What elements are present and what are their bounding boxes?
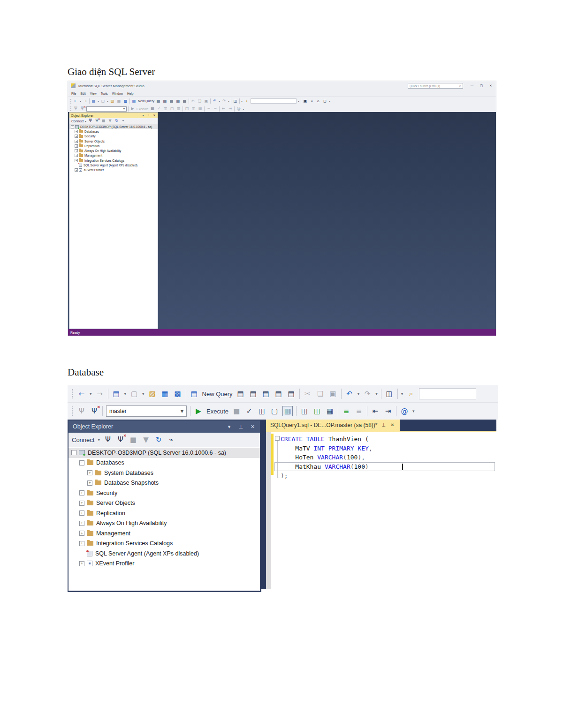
tree-item-xevent-profiler[interactable]: +XEvent Profiler (69, 168, 158, 173)
tree-item-databases[interactable]: +Databases (69, 129, 158, 134)
toolbar-overflow-caret[interactable]: ▾ (412, 409, 415, 413)
disconnect-plug-icon[interactable]: Ψ× (94, 119, 99, 124)
tree-item-replication[interactable]: +Replication (69, 143, 158, 148)
find-in-files-icon[interactable]: ⌕ (406, 389, 416, 398)
tab-pin-icon[interactable]: ⊥ (381, 422, 387, 428)
connect-plug-icon[interactable]: Ψ (88, 119, 93, 124)
paste-icon[interactable]: ▣ (204, 98, 209, 104)
dax-query-icon[interactable]: ▤ (287, 389, 296, 398)
save-all-icon[interactable]: ▩ (173, 389, 183, 398)
redo-icon[interactable]: ↷ (363, 389, 372, 398)
navigate-forward-icon[interactable]: → (83, 98, 88, 104)
user-profile-icon[interactable]: ◻ (322, 98, 327, 104)
xmla-query-icon[interactable]: ▤ (274, 389, 283, 398)
new-file-caret[interactable]: ▾ (107, 99, 108, 103)
open-file-icon[interactable]: ▨ (148, 389, 157, 398)
connect-label[interactable]: Connect (72, 436, 94, 443)
navigate-group-icon[interactable]: ◫ (233, 98, 238, 104)
execute-play-icon[interactable]: ▶ (130, 106, 135, 112)
new-file-icon[interactable]: ▢ (100, 98, 106, 104)
activity-monitor-icon[interactable]: ⌁ (167, 435, 176, 444)
tree-item-desktop-o3d3mop-sql-server-16-0-1000-6-sa[interactable]: -DESKTOP-O3D3MOP (SQL Server 16.0.1000.6… (68, 448, 260, 458)
undo-icon[interactable]: ↶ (345, 389, 354, 398)
comment-lines-icon[interactable]: ≡ (206, 106, 211, 112)
tree-item-server-objects[interactable]: +Server Objects (68, 498, 260, 509)
toolbar-grip[interactable] (72, 406, 73, 416)
connect-plug-icon[interactable]: Ψ (77, 406, 86, 416)
undo-caret[interactable]: ▾ (219, 99, 220, 103)
connect-plug-icon[interactable]: Ψ (73, 106, 78, 112)
new-query-label[interactable]: New Query (202, 390, 233, 398)
tree-item-security[interactable]: +Security (68, 488, 260, 498)
sql-code[interactable]: CREATE TABLE ThanhVien ( MaTV INT PRIMAR… (281, 435, 495, 480)
connect-plug-icon[interactable]: Ψ (103, 435, 113, 444)
menu-file[interactable]: File (71, 92, 76, 95)
available-databases-combo-caret[interactable]: ▾ (181, 408, 183, 414)
save-icon[interactable]: ▦ (116, 98, 122, 104)
specify-template-params-icon[interactable]: @ (236, 106, 241, 112)
intellisense-toggle-icon[interactable]: ▥ (282, 406, 293, 416)
parse-icon[interactable]: ✓ (244, 406, 254, 416)
activity-monitor-icon[interactable]: ⌁ (121, 119, 126, 124)
maximize-icon[interactable]: ▢ (479, 83, 484, 88)
code-line-2[interactable]: MaTV INT PRIMARY KEY, (281, 444, 495, 453)
client-statistics-icon[interactable]: ▦ (198, 106, 203, 112)
connect-caret[interactable]: ▾ (98, 437, 100, 442)
database-engine-query-icon[interactable]: ▤ (236, 389, 245, 398)
change-connection-icon[interactable]: Ψ× (90, 406, 99, 416)
navigate-back-icon[interactable]: ← (73, 98, 78, 104)
available-databases-combo[interactable]: ▾ (86, 106, 127, 112)
toolbar-options-caret[interactable]: ▾ (241, 99, 243, 103)
tree-item-management[interactable]: +Management (68, 528, 260, 539)
xmla-query-icon[interactable]: ▤ (175, 98, 181, 104)
toolbar-grip[interactable] (70, 106, 71, 111)
expand-box[interactable]: + (75, 140, 78, 143)
query-document-tab[interactable]: SQLQuery1.sql - DE...OP.master (sa (58))… (266, 420, 400, 431)
specify-template-params-icon[interactable]: @ (400, 406, 409, 416)
tree-item-databases[interactable]: -Databases (68, 458, 260, 468)
query-options-icon[interactable]: ▢ (270, 406, 279, 416)
tree-item-sql-server-agent-agent-xps-disabled[interactable]: SQL Server Agent (Agent XPs disabled) (68, 548, 260, 559)
open-file-icon[interactable]: ▨ (110, 98, 115, 104)
tree-item-system-databases[interactable]: +System Databases (68, 468, 260, 478)
filter-icon[interactable]: ▼ (141, 435, 151, 444)
quick-search-field[interactable] (419, 388, 476, 399)
cancel-query-icon[interactable]: ■ (232, 406, 241, 416)
expand-box[interactable]: + (75, 130, 78, 133)
expand-box[interactable]: + (79, 541, 84, 546)
increase-indent-icon[interactable]: ⇥ (228, 106, 233, 112)
dax-query-icon[interactable]: ▤ (182, 98, 187, 104)
actual-plan-icon[interactable]: ◫ (300, 406, 309, 416)
database-engine-query-icon[interactable]: ▤ (156, 98, 161, 104)
tree-item-integration-services-catalogs[interactable]: +Integration Services Catalogs (68, 539, 260, 549)
find-field-caret[interactable]: ▾ (298, 99, 299, 103)
navigate-back-icon[interactable]: ← (77, 389, 86, 398)
execute-label[interactable]: Execute (137, 107, 148, 111)
editor-body[interactable]: − CREATE TABLE ThanhVien ( MaTV INT PRIM… (266, 432, 496, 589)
expand-box[interactable]: + (75, 168, 78, 172)
close-panel-icon[interactable]: ✕ (250, 424, 256, 430)
new-query-icon[interactable]: ▤ (131, 98, 137, 104)
tree-item-management[interactable]: +Management (69, 153, 158, 158)
find-field[interactable] (251, 98, 297, 104)
disconnect-plug-icon[interactable]: Ψ× (116, 435, 125, 444)
available-databases-combo-caret[interactable]: ▾ (123, 107, 125, 111)
paste-icon[interactable]: ▣ (328, 389, 338, 398)
save-all-icon[interactable]: ▩ (123, 98, 128, 104)
panel-splitter[interactable] (261, 420, 266, 589)
expand-box[interactable]: + (75, 154, 78, 157)
execute-play-icon[interactable]: ▶ (194, 406, 203, 416)
expand-box[interactable]: + (79, 521, 84, 526)
web-search-icon[interactable]: ⌕ (309, 98, 314, 104)
change-connection-icon[interactable]: Ψ× (80, 106, 85, 112)
undo-caret[interactable]: ▾ (358, 391, 360, 396)
menu-tools[interactable]: Tools (101, 92, 108, 95)
fold-collapse-box[interactable]: − (275, 436, 280, 441)
code-line-1[interactable]: CREATE TABLE ThanhVien ( (281, 435, 495, 444)
expand-box[interactable]: + (75, 149, 78, 152)
navigate-group-icon[interactable]: ◫ (385, 389, 394, 398)
client-statistics-icon[interactable]: ▦ (325, 406, 335, 416)
increase-indent-icon[interactable]: ⇥ (383, 406, 393, 416)
menu-view[interactable]: View (90, 92, 97, 95)
new-query-connection-caret[interactable]: ▾ (98, 99, 99, 103)
